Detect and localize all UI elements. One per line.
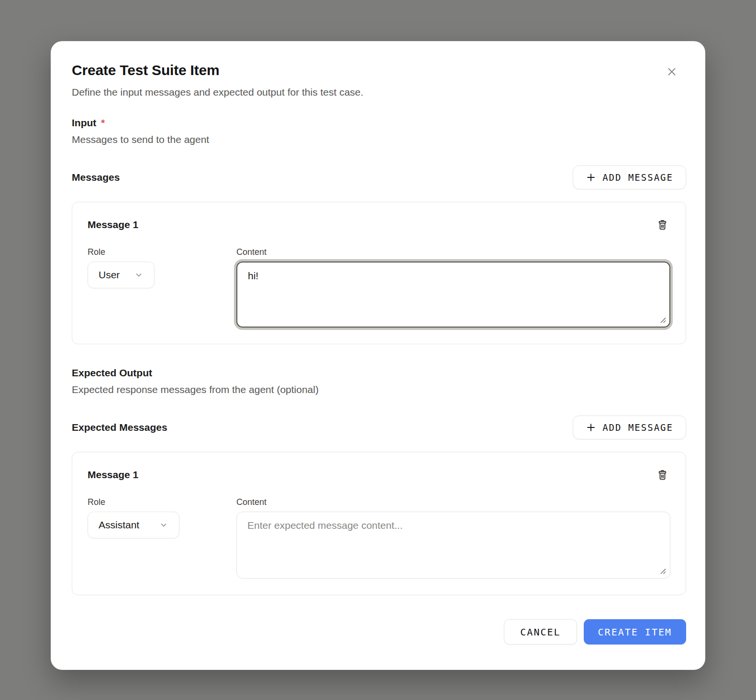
content-column: Content hi! [236, 247, 670, 328]
expected-output-description: Expected response messages from the agen… [72, 384, 686, 395]
message-card-header: Message 1 [88, 217, 670, 233]
expected-messages-toolbar: Expected Messages ADD MESSAGE [72, 416, 686, 439]
role-column: Role Assistant [88, 497, 236, 579]
dialog-footer: CANCEL CREATE ITEM [72, 619, 686, 645]
trash-icon [656, 469, 669, 481]
expected-message-card: Message 1 Role Assistant [72, 452, 686, 595]
delete-expected-message-button[interactable] [654, 467, 670, 483]
input-section-header: Input * [72, 117, 686, 129]
chevron-down-icon [134, 270, 144, 280]
close-icon [666, 66, 678, 78]
plus-icon [586, 422, 596, 433]
required-asterisk: * [101, 118, 105, 129]
role-column: Role User [88, 247, 236, 328]
expected-content-textarea[interactable] [236, 512, 670, 579]
expected-output-label: Expected Output [72, 367, 152, 379]
content-label: Content [236, 247, 670, 257]
trash-icon [656, 219, 669, 231]
role-select-value: Assistant [99, 519, 139, 531]
input-description: Messages to send to the agent [72, 134, 686, 145]
messages-label: Messages [72, 172, 120, 183]
delete-message-button[interactable] [654, 217, 670, 233]
message-content-textarea[interactable]: hi! [236, 262, 670, 328]
add-expected-message-label: ADD MESSAGE [602, 422, 673, 433]
dialog-header: Create Test Suite Item Define the input … [72, 62, 686, 98]
chevron-down-icon [159, 520, 168, 530]
content-label: Content [236, 497, 670, 507]
expected-messages-label: Expected Messages [72, 422, 167, 433]
content-column: Content [236, 497, 670, 579]
input-label: Input [72, 117, 96, 129]
expected-section-header: Expected Output [72, 367, 686, 379]
message-card-body: Role User Content hi! [88, 247, 670, 328]
role-label: Role [88, 497, 236, 507]
message-card-header: Message 1 [88, 467, 670, 483]
plus-icon [586, 172, 596, 183]
message-title: Message 1 [88, 219, 138, 230]
content-textarea-wrap [236, 512, 670, 579]
create-item-button[interactable]: CREATE ITEM [584, 619, 686, 645]
create-test-suite-item-dialog: Create Test Suite Item Define the input … [51, 41, 705, 670]
role-label: Role [88, 247, 236, 257]
content-textarea-wrap: hi! [236, 262, 670, 328]
dialog-title: Create Test Suite Item [72, 62, 686, 78]
cancel-button[interactable]: CANCEL [504, 619, 577, 645]
message-card-body: Role Assistant Content [88, 497, 670, 579]
message-title: Message 1 [88, 469, 138, 481]
role-select-value: User [99, 269, 120, 281]
role-select[interactable]: User [88, 262, 155, 288]
messages-toolbar: Messages ADD MESSAGE [72, 165, 686, 189]
expected-role-select[interactable]: Assistant [88, 512, 179, 538]
close-button[interactable] [663, 63, 680, 80]
add-message-button[interactable]: ADD MESSAGE [573, 165, 686, 189]
add-message-label: ADD MESSAGE [602, 172, 673, 183]
input-message-card: Message 1 Role User [72, 202, 686, 344]
add-expected-message-button[interactable]: ADD MESSAGE [573, 416, 686, 439]
dialog-subtitle: Define the input messages and expected o… [72, 87, 686, 98]
